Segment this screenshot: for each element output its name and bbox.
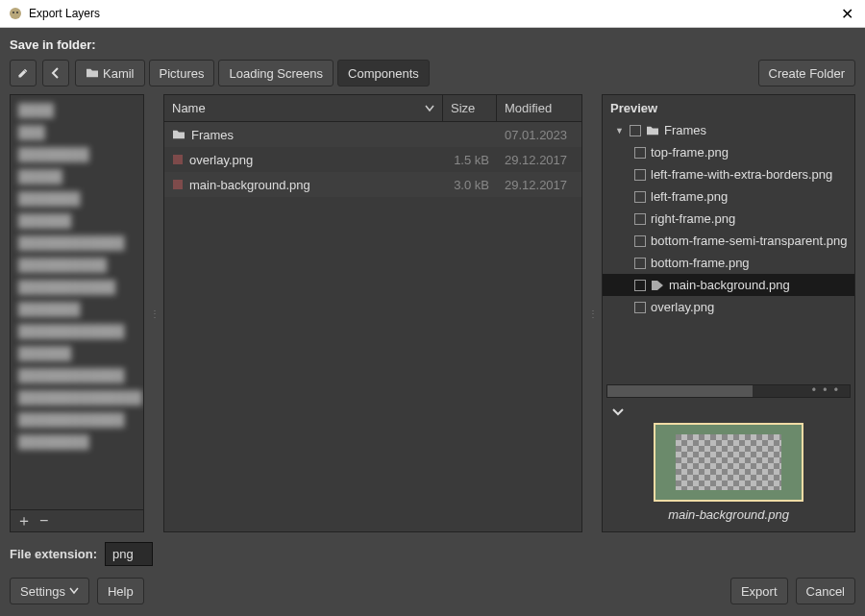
tree-item-label: top-frame.png (651, 145, 729, 160)
path-back-button[interactable] (42, 60, 69, 86)
breadcrumb-segment[interactable]: Loading Screens (218, 60, 334, 86)
tree-group[interactable]: ▼ Frames (603, 119, 854, 141)
visibility-checkbox[interactable] (634, 213, 646, 225)
cancel-button[interactable]: Cancel (796, 578, 855, 604)
sort-indicator-icon (425, 105, 434, 112)
tree-item[interactable]: bottom-frame-semi-transparent.png (603, 230, 854, 252)
pencil-icon (17, 67, 29, 79)
export-button[interactable]: Export (730, 578, 788, 604)
pane-resize-handle[interactable]: ⋮ (588, 94, 596, 532)
visibility-checkbox[interactable] (634, 169, 646, 181)
app-icon (8, 6, 23, 21)
places-list[interactable]: ████ ███ ████████ █████ ███████ ██████ █… (11, 95, 143, 509)
preview-toggle[interactable] (612, 407, 624, 417)
image-file-icon (172, 154, 184, 165)
add-bookmark-button[interactable]: ＋ (16, 514, 32, 528)
tree-item[interactable]: right-frame.png (603, 208, 854, 230)
tree-item-label: right-frame.png (651, 211, 735, 226)
remove-bookmark-button[interactable]: − (39, 514, 48, 528)
folder-icon (86, 67, 99, 79)
breadcrumb: Kamil Pictures Loading Screens Component… (75, 60, 430, 86)
file-row[interactable]: Frames 07.01.2023 (164, 122, 581, 147)
edit-path-button[interactable] (10, 60, 37, 86)
svg-rect-4 (173, 180, 183, 189)
layer-tree[interactable]: ▼ Frames top-frame.pngleft-frame-with-ex… (603, 119, 854, 381)
tree-item-label: bottom-frame-semi-transparent.png (651, 234, 847, 248)
tree-item-label: left-frame.png (651, 189, 728, 204)
column-size[interactable]: Size (443, 95, 497, 121)
file-extension-label: File extension: (10, 547, 97, 561)
column-name[interactable]: Name (164, 95, 443, 121)
tree-item-label: overlay.png (651, 300, 714, 314)
window-titlebar: Export Layers ✕ (0, 0, 865, 28)
visibility-checkbox[interactable] (634, 147, 646, 159)
chevron-down-icon (612, 407, 624, 417)
breadcrumb-segment[interactable]: Pictures (149, 60, 215, 86)
places-sidebar: ████ ███ ████████ █████ ███████ ██████ █… (10, 94, 144, 532)
close-icon[interactable]: ✕ (837, 5, 857, 23)
breadcrumb-segment[interactable]: Kamil (75, 60, 145, 86)
column-modified[interactable]: Modified (497, 95, 581, 121)
svg-point-2 (16, 12, 18, 13)
preview-panel: Preview ▼ Frames top-frame.pngleft-frame… (602, 94, 855, 532)
visibility-checkbox[interactable] (634, 191, 646, 203)
pane-resize-handle[interactable]: ⋮ (150, 94, 158, 532)
tree-item[interactable]: overlay.png (603, 296, 854, 318)
visibility-checkbox[interactable] (634, 302, 646, 313)
create-folder-button[interactable]: Create Folder (758, 60, 855, 86)
tree-item[interactable]: left-frame-with-extra-borders.png (603, 163, 854, 185)
collapse-icon[interactable]: ▼ (615, 126, 625, 136)
image-file-icon (172, 179, 184, 190)
file-browser: Name Size Modified Frames 07.01.2023 (163, 94, 582, 532)
preview-scrollbar[interactable]: • • • (606, 384, 851, 398)
settings-button[interactable]: Settings (10, 578, 89, 604)
save-in-folder-label: Save in folder: (10, 37, 855, 52)
visibility-checkbox[interactable] (634, 258, 646, 269)
tree-item[interactable]: bottom-frame.png (603, 252, 854, 274)
visibility-checkbox[interactable] (630, 125, 641, 136)
file-columns-header: Name Size Modified (164, 95, 581, 122)
svg-point-0 (10, 8, 21, 19)
file-list[interactable]: Frames 07.01.2023 overlay.png 1.5 kB 29.… (164, 122, 581, 531)
preview-caption: main-background.png (668, 507, 789, 522)
tree-item-label: left-frame-with-extra-borders.png (651, 167, 832, 182)
tree-item[interactable]: left-frame.png (603, 185, 854, 208)
file-extension-input[interactable] (105, 542, 153, 566)
help-button[interactable]: Help (97, 578, 144, 604)
tree-item-label: bottom-frame.png (651, 256, 750, 270)
visibility-checkbox[interactable] (634, 280, 646, 291)
file-row[interactable]: overlay.png 1.5 kB 29.12.2017 (164, 147, 581, 172)
preview-heading: Preview (603, 95, 854, 119)
folder-icon (172, 129, 185, 140)
file-row[interactable]: main-background.png 3.0 kB 29.12.2017 (164, 172, 581, 197)
window-title: Export Layers (29, 7, 837, 20)
tree-item-label: main-background.png (669, 278, 790, 292)
breadcrumb-segment-current[interactable]: Components (337, 60, 430, 86)
tree-item[interactable]: main-background.png (603, 274, 854, 296)
chevron-down-icon (69, 587, 79, 595)
svg-point-1 (12, 12, 14, 13)
svg-rect-3 (173, 155, 183, 164)
visibility-checkbox[interactable] (634, 235, 646, 247)
tag-icon (651, 280, 664, 291)
tree-item[interactable]: top-frame.png (603, 141, 854, 163)
chevron-left-icon (50, 67, 62, 79)
folder-icon (646, 125, 659, 136)
preview-thumbnail (654, 423, 803, 502)
